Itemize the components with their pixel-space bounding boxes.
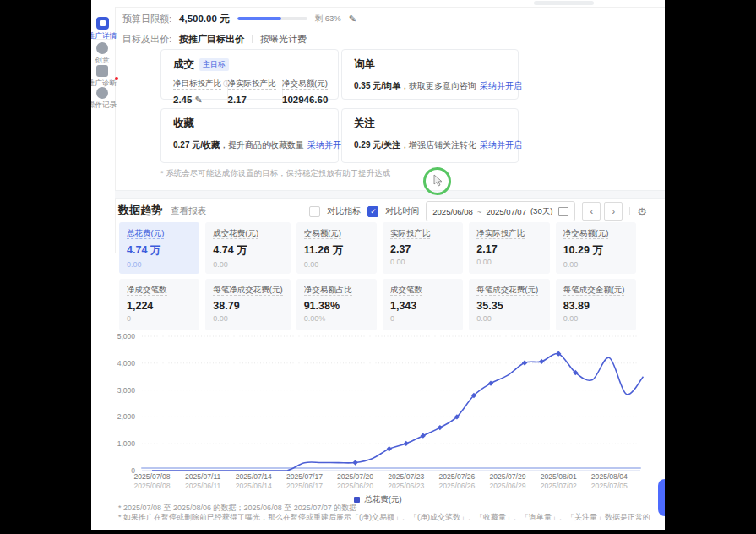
- trend-metric-card-0[interactable]: 总花费(元)4.74 万0.00: [119, 222, 199, 274]
- trend-metric-card-11[interactable]: 每笔成交金额(元)83.890.00: [556, 279, 636, 330]
- tab-bid-by-goal[interactable]: 按推广目标出价: [179, 33, 244, 46]
- trend-metric-compare-value: 0.00: [127, 260, 192, 269]
- trend-metric-label: 总花费(元): [127, 228, 192, 239]
- metric-value: 2.45✎: [173, 95, 217, 106]
- trend-metric-value: 1,224: [127, 300, 192, 312]
- sidebar-item-3[interactable]: 操作记录: [91, 87, 125, 111]
- goal-card-title: 询单: [354, 57, 375, 72]
- goals-footnote: * 系统会尽可能达成你设置的目标，保持稳定投放有助于提升达成: [160, 168, 390, 179]
- date-range-picker[interactable]: 2025/06/08 ~ 2025/07/07 (30天): [426, 201, 575, 221]
- trend-metric-card-8[interactable]: 净交易额占比91.38%0.00%: [296, 279, 377, 330]
- trend-metric-label: 成交笔数: [390, 285, 455, 296]
- floating-action-pill[interactable]: [658, 479, 665, 516]
- trend-metric-card-1[interactable]: 成交花费(元)4.74 万0.00: [205, 222, 290, 274]
- svg-text:2025/08/01: 2025/08/01: [541, 472, 577, 481]
- goal-card-desc: 0.35 元/询单，获取更多意向咨询采纳并开启: [354, 80, 506, 92]
- section-separator: [115, 190, 665, 199]
- sidebar-item-1[interactable]: 创意: [91, 42, 125, 66]
- sidebar-item-2[interactable]: 推广诊断: [91, 65, 125, 89]
- trend-metric-value: 1,343: [390, 300, 455, 312]
- gear-icon[interactable]: ⚙: [637, 205, 647, 218]
- metric-label: 净实际投产比: [228, 79, 272, 90]
- metric-value: 2.17: [228, 95, 272, 105]
- bidding-label: 目标及出价:: [122, 33, 171, 46]
- trend-metric-value: 10.29 万: [563, 243, 628, 258]
- budget-label: 预算日限额:: [122, 13, 171, 25]
- svg-text:2025/07/11: 2025/07/11: [185, 472, 221, 481]
- trend-metric-card-2[interactable]: 交易额(元)11.26 万0.00: [296, 222, 377, 274]
- metric-value: 102946.60: [282, 95, 326, 105]
- next-period-button[interactable]: ›: [604, 202, 623, 221]
- svg-text:2025/07/29: 2025/07/29: [490, 472, 526, 481]
- trend-metric-card-4[interactable]: 净实际投产比2.170.00: [469, 222, 549, 274]
- goal-card-favorite[interactable]: 收藏 0.27 元/收藏，提升商品的收藏数量采纳并开启: [160, 108, 339, 163]
- goal-card-title: 收藏: [173, 117, 194, 131]
- megaphone-icon: [96, 17, 109, 30]
- svg-text:2025/07/17: 2025/07/17: [286, 472, 323, 481]
- svg-text:2025/07/05: 2025/07/05: [591, 482, 628, 490]
- trend-metric-compare-value: 0.00%: [304, 314, 369, 323]
- trend-metric-compare-value: 0.00: [304, 260, 369, 269]
- trend-metric-compare-value: 0.00: [563, 260, 628, 269]
- svg-text:2025/07/23: 2025/07/23: [388, 472, 424, 481]
- trend-metric-compare-value: 0.00: [476, 314, 541, 323]
- budget-row: 预算日限额: 4,500.00 元 剩 63% ✎: [122, 12, 356, 25]
- diagnosis-icon: [96, 65, 108, 77]
- trend-metric-label: 净实际投产比: [476, 228, 541, 239]
- app-window: 推广详情创意推广诊断操作记录 预算日限额: 4,500.00 元 剩 63% ✎…: [91, 0, 665, 530]
- trend-metric-compare-value: 0: [127, 314, 192, 323]
- trend-metric-compare-value: 0.00: [213, 314, 282, 323]
- trend-metric-label: 净成交笔数: [127, 285, 192, 296]
- compare-time-label: 对比时间: [385, 205, 419, 217]
- trend-metric-card-10[interactable]: 每笔成交花费(元)35.350.00: [469, 279, 549, 330]
- svg-text:4,000: 4,000: [117, 359, 136, 368]
- trend-metric-card-5[interactable]: 净交易额(元)10.29 万0.00: [556, 222, 636, 274]
- trend-metric-label: 每笔净成交花费(元): [213, 285, 282, 296]
- trend-metric-card-6[interactable]: 净成交笔数1,2240: [119, 279, 199, 330]
- prev-period-button[interactable]: ‹: [582, 202, 601, 221]
- scrollbar-thumb[interactable]: [534, 1, 594, 5]
- trend-metric-card-3[interactable]: 实际投产比2.370.00: [383, 222, 463, 274]
- trend-metric-card-7[interactable]: 每笔净成交花费(元)38.790.00: [205, 279, 290, 330]
- tab-bid-by-exposure[interactable]: 按曝光计费: [260, 33, 307, 46]
- trend-metric-value: 11.26 万: [304, 243, 369, 258]
- trend-metric-label: 成交花费(元): [213, 228, 282, 239]
- svg-text:2025/06/23: 2025/06/23: [388, 482, 424, 490]
- trend-metric-compare-value: 0.00: [390, 258, 455, 266]
- sidebar-item-label: 推广详情: [91, 31, 125, 41]
- goal-card-title: 关注: [354, 117, 375, 131]
- trend-metric-value: 2.17: [476, 243, 541, 255]
- trend-metric-label: 净交易额占比: [304, 285, 369, 296]
- compare-time-checkbox[interactable]: [367, 206, 378, 217]
- trend-metric-value: 91.38%: [304, 300, 369, 312]
- trend-line-chart[interactable]: 01,0002,0003,0004,0005,0002025/07/082025…: [91, 324, 665, 493]
- svg-text:2025/07/08: 2025/07/08: [133, 472, 170, 481]
- sidebar-item-0[interactable]: 推广详情: [91, 17, 125, 41]
- svg-text:2,000: 2,000: [117, 412, 136, 421]
- adopt-enable-link[interactable]: 采纳并开启: [480, 140, 522, 150]
- budget-progress-bar: [237, 17, 307, 20]
- compare-metric-checkbox[interactable]: [309, 206, 320, 217]
- goal-card-inquiry[interactable]: 询单 0.35 元/询单，获取更多意向咨询采纳并开启: [341, 49, 519, 100]
- adopt-enable-link[interactable]: 采纳并开启: [480, 81, 522, 90]
- metric-label: 净目标投产比ⓘ: [173, 79, 217, 90]
- svg-text:5,000: 5,000: [117, 332, 136, 341]
- goal-card-deal[interactable]: 成交 主目标 净目标投产比ⓘ 2.45✎ 净实际投产比 2.17 净交易额(元)…: [160, 49, 339, 100]
- trend-metric-label: 实际投产比: [390, 228, 455, 239]
- trend-metric-value: 35.35: [476, 300, 541, 312]
- trend-metric-card-9[interactable]: 成交笔数1,3430: [383, 279, 463, 330]
- svg-text:2025/06/17: 2025/06/17: [286, 482, 323, 490]
- trend-metric-compare-value: 0.00: [213, 260, 282, 269]
- edit-target-roi-icon[interactable]: ✎: [194, 95, 202, 105]
- edit-budget-icon[interactable]: ✎: [349, 14, 356, 25]
- detail-tabs-sidebar: 推广详情创意推广诊断操作记录: [91, 7, 116, 253]
- goal-card-desc: 0.27 元/收藏，提升商品的收藏数量采纳并开启: [173, 139, 326, 151]
- compare-metric-label: 对比指标: [327, 205, 361, 217]
- goal-card-follow[interactable]: 关注 0.29 元/关注，增强店铺关注转化采纳并开启: [341, 108, 519, 163]
- trend-metric-compare-value: 0: [390, 314, 455, 323]
- trend-controls: 对比指标 对比时间 2025/06/08 ~ 2025/07/07 (30天) …: [309, 201, 647, 221]
- view-report-link[interactable]: 查看报表: [171, 205, 206, 217]
- controls-divider: [629, 207, 630, 215]
- svg-text:2025/07/26: 2025/07/26: [438, 472, 475, 481]
- notification-dot: [115, 77, 118, 80]
